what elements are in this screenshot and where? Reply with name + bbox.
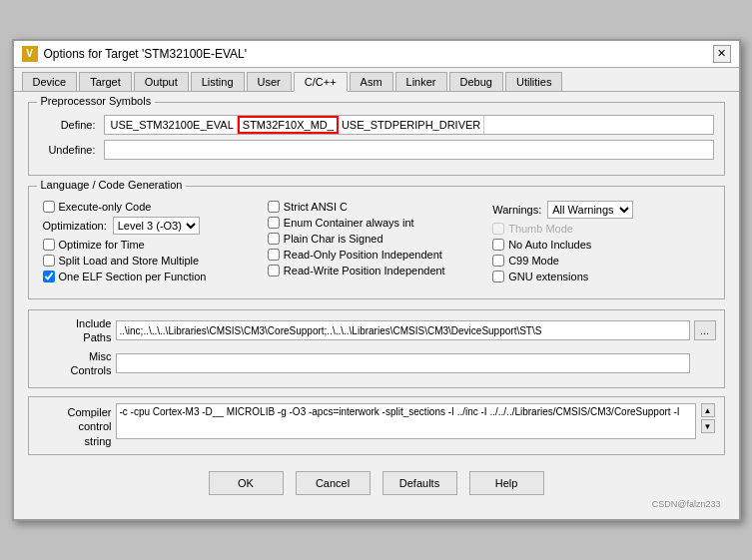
main-dialog: V Options for Target 'STM32100E-EVAL' ✕ … [12,39,741,521]
compiler-text: -c -cpu Cortex-M3 -D__ MICROLIB -g -O3 -… [116,403,696,439]
optimization-label: Optimization: [43,220,107,232]
tab-asm[interactable]: Asm [350,72,393,91]
readonly-pos-check[interactable] [268,249,280,261]
one-elf-check[interactable] [43,271,55,282]
define-seg-1: STM32F10X_MD_ [238,116,339,134]
readwrite-pos-row: Read-Write Position Independent [268,265,484,277]
include-paths-input[interactable]: ..\inc;..\..\..\Libraries\CMSIS\CM3\Core… [116,320,690,340]
button-row: OK Cancel Defaults Help [28,463,725,499]
enum-container-row: Enum Container always int [268,217,484,229]
execute-only-label: Execute-only Code [59,201,152,213]
dialog-title: Options for Target 'STM32100E-EVAL' [44,47,248,61]
close-button[interactable]: ✕ [713,45,731,63]
compiler-scrollbar: ▲ ▼ [700,403,716,433]
c99-mode-label: C99 Mode [508,255,559,267]
no-auto-includes-label: No Auto Includes [508,239,591,251]
watermark: CSDN@falzn233 [28,499,725,509]
c99-mode-check[interactable] [492,255,504,267]
tab-listing[interactable]: Listing [191,72,245,91]
misc-controls-input[interactable] [116,353,690,373]
define-input[interactable]: USE_STM32100E_EVAL STM32F10X_MD_ USE_STD… [104,115,714,135]
optimize-time-label: Optimize for Time [59,239,145,251]
misc-controls-label: MiscControls [37,349,112,378]
tab-bar: Device Target Output Listing User C/C++ … [14,68,739,92]
define-seg-2: USE_STDPERIPH_DRIVER [339,116,484,134]
scroll-up-btn[interactable]: ▲ [701,403,715,417]
language-label: Language / Code Generation [37,179,187,191]
optimize-time-check[interactable] [43,239,55,251]
optimize-time-row: Optimize for Time [43,239,260,251]
tab-linker[interactable]: Linker [395,72,447,91]
no-auto-includes-row: No Auto Includes [492,239,709,251]
dialog-body: Preprocessor Symbols Define: USE_STM3210… [14,92,739,519]
plain-char-label: Plain Char is Signed [284,233,383,245]
readonly-pos-label: Read-Only Position Independent [284,249,442,261]
cancel-button[interactable]: Cancel [296,471,371,495]
help-button[interactable]: Help [469,471,544,495]
split-load-check[interactable] [43,255,55,267]
lang-col-3: Warnings: All Warnings No Warnings Thumb… [488,199,713,288]
tab-cpp[interactable]: C/C++ [294,72,348,92]
app-icon: V [22,46,38,62]
defaults-button[interactable]: Defaults [382,471,457,495]
tab-output[interactable]: Output [134,72,189,91]
misc-controls-grid: MiscControls [37,349,716,378]
plain-char-row: Plain Char is Signed [268,233,484,245]
language-group: Language / Code Generation Execute-only … [28,186,725,299]
strict-ansi-label: Strict ANSI C [284,201,348,213]
include-paths-label: IncludePaths [37,316,112,345]
tab-target[interactable]: Target [79,72,132,91]
preprocessor-label: Preprocessor Symbols [37,95,156,107]
define-seg-0: USE_STM32100E_EVAL [108,116,238,134]
undefine-input[interactable] [104,140,714,160]
undefine-row: Undefine: [39,140,714,160]
thumb-mode-label: Thumb Mode [508,223,573,235]
no-auto-includes-check[interactable] [492,239,504,251]
undefine-label: Undefine: [39,144,104,156]
compiler-section: Compilercontrolstring -c -cpu Cortex-M3 … [28,396,725,455]
strict-ansi-row: Strict ANSI C [268,201,484,213]
scroll-down-btn[interactable]: ▼ [701,419,715,433]
define-label: Define: [39,119,104,131]
define-row: Define: USE_STM32100E_EVAL STM32F10X_MD_… [39,115,714,135]
optimization-row: Optimization: Level 3 (-O3) Level 0 (-O0… [43,217,260,235]
strict-ansi-check[interactable] [268,201,280,213]
split-load-row: Split Load and Store Multiple [43,255,260,267]
execute-only-row: Execute-only Code [43,201,260,213]
thumb-mode-check[interactable] [492,223,504,235]
thumb-mode-row: Thumb Mode [492,223,709,235]
title-bar: V Options for Target 'STM32100E-EVAL' ✕ [14,41,739,68]
readonly-pos-row: Read-Only Position Independent [268,249,484,261]
gnu-extensions-check[interactable] [492,271,504,282]
language-grid: Execute-only Code Optimization: Level 3 … [39,199,714,288]
ok-button[interactable]: OK [209,471,284,495]
title-bar-left: V Options for Target 'STM32100E-EVAL' [22,46,248,62]
tab-utilities[interactable]: Utilities [505,72,562,91]
lang-col-1: Execute-only Code Optimization: Level 3 … [39,199,264,288]
tab-device[interactable]: Device [22,72,78,91]
include-paths-browse[interactable]: ... [694,320,716,340]
lang-col-2: Strict ANSI C Enum Container always int … [264,199,488,288]
gnu-extensions-label: GNU extensions [508,271,588,282]
one-elf-label: One ELF Section per Function [59,271,207,282]
warnings-select[interactable]: All Warnings No Warnings [547,201,633,219]
preprocessor-group: Preprocessor Symbols Define: USE_STM3210… [28,102,725,176]
include-paths-section: IncludePaths ..\inc;..\..\..\Libraries\C… [28,309,725,388]
c99-mode-row: C99 Mode [492,255,709,267]
gnu-extensions-row: GNU extensions [492,271,709,282]
compiler-label: Compilercontrolstring [37,403,112,448]
optimization-select[interactable]: Level 3 (-O3) Level 0 (-O0) Level 1 (-O1… [113,217,200,235]
plain-char-check[interactable] [268,233,280,245]
readwrite-pos-label: Read-Write Position Independent [284,265,445,277]
warnings-row: Warnings: All Warnings No Warnings [492,201,709,219]
execute-only-check[interactable] [43,201,55,213]
one-elf-row: One ELF Section per Function [43,271,260,282]
enum-container-label: Enum Container always int [284,217,414,229]
warnings-label: Warnings: [492,204,541,216]
include-paths-grid: IncludePaths ..\inc;..\..\..\Libraries\C… [37,316,716,345]
tab-user[interactable]: User [247,72,292,91]
tab-debug[interactable]: Debug [449,72,503,91]
enum-container-check[interactable] [268,217,280,229]
split-load-label: Split Load and Store Multiple [59,255,200,267]
readwrite-pos-check[interactable] [268,265,280,277]
